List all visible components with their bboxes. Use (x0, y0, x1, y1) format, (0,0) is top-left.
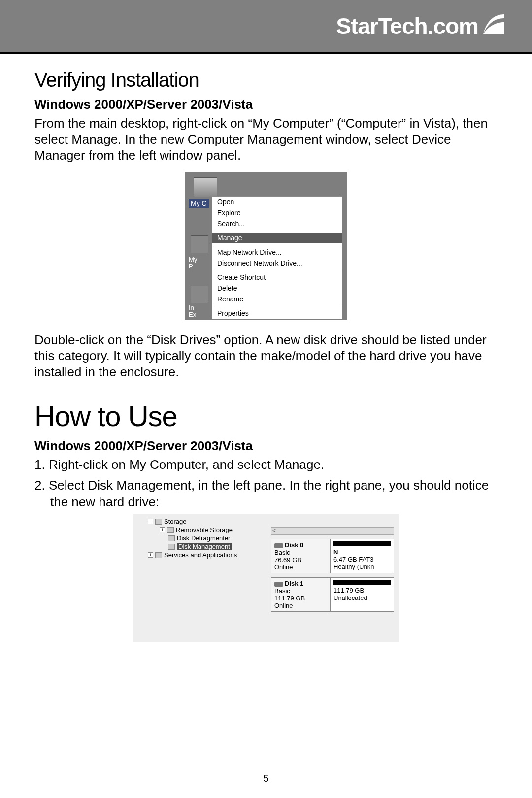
disk-info: Disk 1Basic111.79 GBOnline (271, 578, 331, 611)
subhead-os-2: Windows 2000/XP/Server 2003/Vista (34, 438, 498, 454)
section-heading-verifying: Verifying Installation (34, 69, 498, 91)
step-1: 1. Right-click on My Computer, and selec… (34, 457, 498, 473)
tree-node-icon (155, 552, 162, 558)
tree-item-label: Disk Defragmenter (177, 534, 230, 542)
tree-item[interactable]: -Storage (138, 517, 266, 526)
desktop-icon-3 (191, 286, 208, 303)
context-menu-separator (213, 306, 341, 306)
disk-icon (274, 582, 283, 587)
context-menu-separator (213, 231, 341, 231)
disk-block[interactable]: Disk 0Basic76.69 GBOnlineN6.47 GB FAT3He… (271, 539, 394, 573)
desktop-icon-2 (191, 235, 208, 253)
desktop-icon-3-label: In Ex (189, 304, 196, 319)
disk-partition[interactable]: N6.47 GB FAT3Healthy (Unkn (331, 539, 394, 573)
tree-node-icon (168, 544, 175, 550)
step-2: 2. Select Disk Management, in the left p… (34, 477, 498, 511)
context-menu-separator (213, 270, 341, 270)
tree-item-label: Storage (164, 518, 187, 525)
para-verifying-1: From the main desktop, right-click on “M… (34, 115, 498, 164)
context-menu-item[interactable]: Create Shortcut (212, 272, 342, 283)
context-menu-item[interactable]: Rename (212, 294, 342, 304)
page-number: 5 (0, 773, 532, 784)
context-menu-item[interactable]: Manage (212, 233, 342, 243)
figure-context-menu: My C MyP In Ex OpenExploreSearch...Manag… (34, 172, 498, 322)
tree-expander-icon[interactable]: + (148, 552, 153, 558)
my-computer-label: My C (189, 199, 209, 208)
disk-panel: Disk 0Basic76.69 GBOnlineN6.47 GB FAT3He… (271, 539, 394, 616)
context-menu-item[interactable]: Delete (212, 283, 342, 294)
tree-item[interactable]: +Services and Applications (138, 551, 266, 559)
context-menu-separator (213, 245, 341, 245)
tree-node-icon (155, 519, 162, 525)
page-content: Verifying Installation Windows 2000/XP/S… (0, 54, 532, 644)
disk-info: Disk 0Basic76.69 GBOnline (271, 539, 331, 573)
tree-item[interactable]: Disk Management (138, 542, 266, 551)
tree-item-label: Removable Storage (176, 526, 233, 533)
para-verifying-2: Double-click on the “Disk Drives” option… (34, 332, 498, 380)
brand-text: StarTech.com (336, 13, 478, 39)
context-menu: OpenExploreSearch...ManageMap Network Dr… (212, 196, 342, 319)
header-bar: StarTech.com (0, 0, 532, 54)
context-menu-item[interactable]: Open (212, 197, 342, 207)
disk-block[interactable]: Disk 1Basic111.79 GBOnline111.79 GBUnall… (271, 577, 394, 612)
tree-node-icon (168, 535, 175, 541)
disk-icon (274, 543, 283, 548)
tree-item[interactable]: Disk Defragmenter (138, 534, 266, 542)
tree-item[interactable]: +Removable Storage (138, 526, 266, 534)
context-menu-item[interactable]: Disconnect Network Drive... (212, 258, 342, 268)
tree-item-label: Services and Applications (164, 551, 237, 559)
desktop-icon-2-label: MyP (189, 256, 197, 270)
context-menu-item[interactable]: Properties (212, 308, 342, 319)
tree-expander-icon[interactable]: + (160, 527, 165, 532)
tree-node-icon (167, 527, 174, 533)
context-menu-item[interactable]: Map Network Drive... (212, 247, 342, 258)
tree-item-label: Disk Management (177, 543, 232, 550)
section-heading-howto: How to Use (34, 399, 498, 432)
disk-partition[interactable]: 111.79 GBUnallocated (331, 578, 394, 611)
subhead-os-1: Windows 2000/XP/Server 2003/Vista (34, 97, 498, 112)
mmc-tree: -Storage+Removable StorageDisk Defragmen… (138, 517, 266, 559)
figure-disk-management: -Storage+Removable StorageDisk Defragmen… (34, 514, 498, 644)
context-menu-item[interactable]: Search... (212, 218, 342, 229)
tree-expander-icon[interactable]: - (148, 519, 153, 524)
my-computer-icon (194, 177, 217, 197)
scrollbar-horizontal[interactable] (271, 527, 394, 535)
brand-swoosh-icon (482, 13, 505, 39)
brand-logo: StarTech.com (336, 13, 505, 39)
context-menu-item[interactable]: Explore (212, 207, 342, 218)
